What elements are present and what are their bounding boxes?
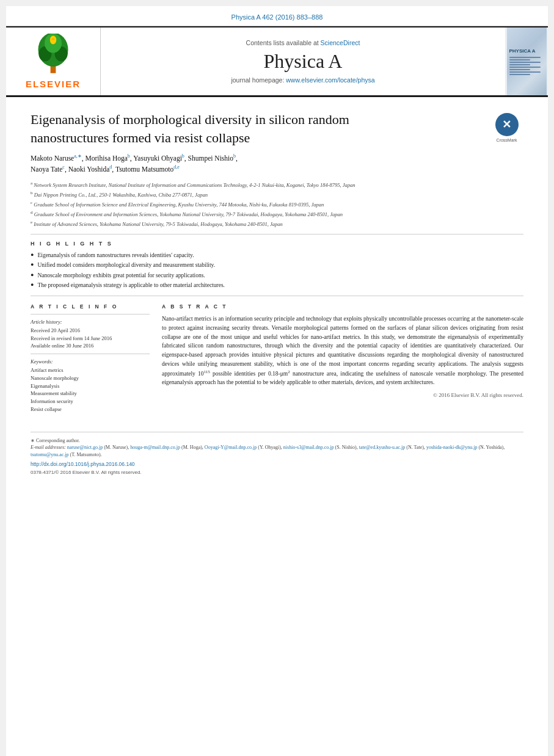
issn-line: 0378-4371/© 2016 Elsevier B.V. All right…: [31, 470, 523, 475]
abstract-col: A B S T R A C T Nano-artifact metrics is…: [162, 303, 523, 413]
left-divider-2: [31, 354, 150, 354]
author-7: Tsutomu Matsumotod,e: [115, 165, 180, 173]
divider-2: [31, 296, 523, 296]
keywords-label: Keywords:: [31, 358, 150, 365]
sciencedirect-link[interactable]: ScienceDirect: [321, 39, 360, 46]
crossmark-circle: ✕: [495, 113, 519, 136]
affil-d: d Graduate School of Environment and Inf…: [31, 209, 523, 218]
email-matsumoto[interactable]: tsutomu@ynu.ac.jp: [31, 452, 68, 457]
email-tate[interactable]: tate@ed.kyushu-u.ac.jp: [359, 445, 406, 450]
article-info-col: A R T I C L E I N F O Article history: R…: [31, 303, 150, 413]
crossmark-icon: ✕: [502, 119, 511, 130]
two-column-layout: A R T I C L E I N F O Article history: R…: [31, 303, 523, 413]
affil-c: c Graduate School of Information Science…: [31, 200, 523, 208]
highlight-item-2: ● Unified model considers morphological …: [31, 261, 523, 269]
elsevier-wordmark: ELSEVIER: [26, 79, 81, 89]
author-1: Makoto Narusea,∗: [31, 154, 82, 162]
page-container: Physica A 462 (2016) 883–888 ELSEVIER Co…: [6, 6, 548, 756]
svg-rect-0: [51, 66, 56, 73]
paper-title-section: Eigenanalysis of morphological diversity…: [31, 97, 523, 153]
journal-header: ELSEVIER Contents lists available at Sci…: [6, 26, 548, 97]
top-bar: Physica A 462 (2016) 883–888: [6, 6, 548, 26]
journal-title: Physica A: [264, 50, 343, 73]
bullet-2: ●: [31, 261, 34, 269]
journal-thumbnail: PHYSICA A: [505, 27, 548, 95]
footnote-corresponding: ∗ Corresponding author. E-mail addresses…: [31, 437, 523, 459]
history-label: Article history:: [31, 319, 150, 325]
elsevier-tree-icon: [32, 34, 75, 76]
left-divider-1: [31, 314, 150, 314]
highlights-section: H I G H L I G H T S ● Eigenanalysis of r…: [31, 241, 523, 289]
author-6: Naoki Yoshidad: [68, 165, 112, 173]
highlights-heading: H I G H L I G H T S: [31, 241, 523, 247]
affil-a: a Network System Research Institute, Nat…: [31, 180, 523, 189]
keyword-3: Eigenanalysis: [31, 382, 150, 390]
journal-homepage: journal homepage: www.elsevier.com/locat…: [231, 76, 374, 84]
email-naruse[interactable]: naruse@nict.go.jp: [67, 445, 103, 450]
paper-title: Eigenanalysis of morphological diversity…: [31, 111, 373, 147]
affil-b: b Dai Nippon Printing Co., Ltd., 250-1 W…: [31, 190, 523, 198]
keyword-4: Measurement stability: [31, 390, 150, 398]
highlight-item-4: ● The proposed eigenanalysis strategy is…: [31, 281, 523, 289]
paper-content: Eigenanalysis of morphological diversity…: [6, 97, 548, 475]
journal-thumb-content: PHYSICA A: [507, 27, 547, 95]
footnote-section: ∗ Corresponding author. E-mail addresses…: [31, 432, 523, 476]
abstract-heading: A B S T R A C T: [162, 303, 523, 310]
email-ohyagi[interactable]: Ooyagi-Y@mail.dnp.co.jp: [205, 445, 257, 450]
highlight-item-1: ● Eigenanalysis of random nanostructures…: [31, 251, 523, 260]
crossmark-badge[interactable]: ✕ CrossMark: [490, 111, 523, 142]
author-2: Morihisa Hogab: [86, 154, 130, 162]
authors-line: Makoto Narusea,∗, Morihisa Hogab, Yasuyu…: [31, 153, 523, 175]
history-online: Available online 30 June 2016: [31, 342, 150, 349]
affiliations: a Network System Research Institute, Nat…: [31, 180, 523, 228]
copyright-line: © 2016 Elsevier B.V. All rights reserved…: [162, 392, 523, 398]
author-3: Yasuyuki Ohyagib: [133, 154, 184, 162]
keyword-5: Information security: [31, 398, 150, 405]
divider-1: [31, 234, 523, 234]
email-nishio[interactable]: nishio-s3@mail.dnp.co.jp: [283, 445, 334, 450]
elsevier-logo: ELSEVIER: [6, 27, 101, 95]
journal-url[interactable]: www.elsevier.com/locate/physa: [286, 76, 374, 84]
keyword-1: Artifact metrics: [31, 366, 150, 374]
bullet-1: ●: [31, 251, 34, 260]
keyword-6: Resist collapse: [31, 405, 150, 413]
journal-center: Contents lists available at ScienceDirec…: [101, 27, 505, 95]
sup-115: 115: [204, 369, 210, 374]
email-hoga[interactable]: houga-m@mail.dnp.co.jp: [130, 445, 180, 450]
article-info-heading: A R T I C L E I N F O: [31, 303, 150, 310]
bullet-3: ●: [31, 271, 34, 280]
author-5: Naoya Tatec: [31, 165, 65, 173]
author-4: Shumpei Nishiob: [188, 154, 236, 162]
doi-link[interactable]: http://dx.doi.org/10.1016/j.physa.2016.0…: [31, 461, 523, 467]
highlight-item-3: ● Nanoscale morphology exhibits great po…: [31, 271, 523, 280]
abstract-text: Nano-artifact metrics is an information …: [162, 314, 523, 387]
history-received: Received 20 April 2016: [31, 327, 150, 334]
history-revised: Received in revised form 14 June 2016: [31, 335, 150, 342]
affil-e: e Institute of Advanced Sciences, Yokoha…: [31, 219, 523, 228]
crossmark-label: CrossMark: [497, 138, 517, 142]
bullet-4: ●: [31, 281, 34, 289]
journal-ref: Physica A 462 (2016) 883–888: [231, 13, 323, 21]
email-yoshida[interactable]: yoshida-naoki-dk@ynu.jp: [426, 445, 478, 450]
contents-line: Contents lists available at ScienceDirec…: [246, 39, 360, 46]
keyword-2: Nanoscale morphology: [31, 374, 150, 382]
